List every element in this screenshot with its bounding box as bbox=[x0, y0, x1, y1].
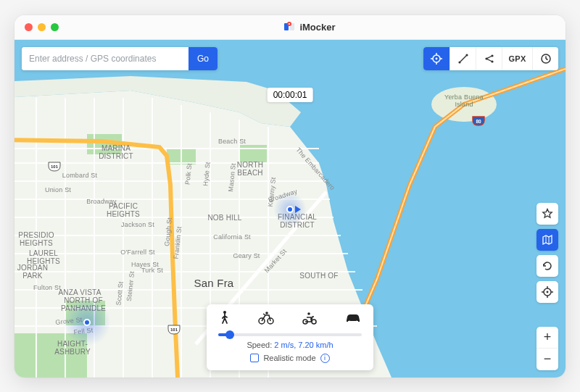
hwy-101-shield-icon: 101 bbox=[48, 162, 61, 172]
realistic-checkbox[interactable] bbox=[250, 354, 259, 362]
mode-walk[interactable] bbox=[218, 310, 231, 328]
bike-icon bbox=[257, 310, 275, 325]
svg-line-48 bbox=[487, 56, 492, 58]
reset-button[interactable] bbox=[536, 255, 558, 277]
svg-point-66 bbox=[312, 320, 316, 324]
district-marina: MARINADISTRICT bbox=[99, 144, 133, 160]
movement-modes bbox=[215, 310, 365, 328]
slider-knob[interactable] bbox=[225, 330, 234, 339]
clock-icon bbox=[540, 53, 552, 64]
titlebar: iMocker bbox=[14, 15, 566, 40]
street-union: Union St bbox=[45, 186, 71, 193]
route-button[interactable] bbox=[450, 47, 476, 70]
map-icon bbox=[542, 234, 553, 246]
svg-text:80: 80 bbox=[476, 118, 481, 123]
realistic-label: Realistic mode bbox=[263, 354, 315, 362]
mode-bike[interactable] bbox=[257, 310, 275, 328]
svg-point-64 bbox=[265, 312, 268, 314]
app-window: iMocker bbox=[14, 15, 566, 378]
scooter-icon bbox=[301, 310, 318, 325]
realistic-info-button[interactable]: i bbox=[320, 354, 330, 363]
locate-button[interactable] bbox=[423, 47, 450, 70]
svg-point-37 bbox=[436, 57, 438, 59]
speed-slider[interactable] bbox=[218, 333, 362, 336]
district-nob-hill: NOB HILL bbox=[207, 213, 241, 221]
side-toolbar bbox=[536, 203, 558, 303]
svg-point-56 bbox=[547, 291, 549, 293]
recenter-button[interactable] bbox=[536, 281, 558, 303]
street-fulton: Fulton St bbox=[33, 284, 61, 291]
mode-scooter[interactable] bbox=[301, 310, 318, 328]
district-presidio-heights: PRESIDIOHEIGHTS bbox=[18, 231, 54, 247]
mode-car[interactable] bbox=[344, 310, 362, 328]
share-icon bbox=[484, 53, 495, 64]
i80-shield-icon: 80 bbox=[472, 116, 485, 126]
street-geary: Geary St bbox=[233, 252, 260, 259]
speed-panel: Speed: 2 m/s, 7.20 km/h Realistic mode i bbox=[207, 304, 373, 370]
search-bar: Go bbox=[22, 47, 218, 70]
close-window-button[interactable] bbox=[25, 23, 33, 31]
svg-point-3 bbox=[289, 23, 290, 25]
maximize-window-button[interactable] bbox=[51, 23, 59, 31]
street-lombard: Lombard St bbox=[62, 172, 98, 179]
island-label: Yerba BuenaIsland bbox=[444, 93, 484, 108]
crosshair-icon bbox=[431, 53, 442, 64]
car-icon bbox=[344, 310, 362, 325]
district-south-of: SOUTH OF bbox=[299, 271, 338, 279]
refresh-icon bbox=[542, 260, 553, 272]
current-location-marker[interactable] bbox=[286, 206, 294, 213]
walk-icon bbox=[218, 310, 231, 325]
zoom-in-button[interactable]: + bbox=[536, 327, 558, 349]
street-jackson: Jackson St bbox=[121, 221, 154, 228]
svg-line-52 bbox=[546, 59, 548, 60]
target-icon bbox=[542, 286, 553, 298]
history-button[interactable] bbox=[532, 47, 558, 70]
route-icon bbox=[457, 53, 469, 64]
district-jordan-park: JORDANPARK bbox=[17, 264, 48, 280]
star-icon bbox=[542, 208, 553, 220]
svg-text:101: 101 bbox=[170, 328, 178, 332]
top-toolbar: GPX bbox=[423, 47, 558, 70]
search-input[interactable] bbox=[22, 47, 188, 70]
favorite-button[interactable] bbox=[536, 203, 558, 225]
svg-point-69 bbox=[355, 320, 357, 322]
map-canvas[interactable]: San Fra Yerba BuenaIsland PRESIDIOHEIGHT… bbox=[14, 40, 566, 378]
district-laurel-heights: LAURELHEIGHTS bbox=[27, 249, 60, 265]
map-style-button[interactable] bbox=[536, 229, 558, 251]
gpx-button[interactable]: GPX bbox=[502, 47, 532, 70]
street-ofarrell: O'Farrell St bbox=[120, 249, 155, 256]
minimize-window-button[interactable] bbox=[38, 23, 46, 31]
street-california: California St bbox=[213, 233, 251, 241]
speed-readout: Speed: 2 m/s, 7.20 km/h bbox=[215, 341, 365, 349]
district-north-beach: NORTHBEACH bbox=[237, 161, 263, 177]
zoom-out-button[interactable]: − bbox=[536, 349, 558, 370]
street-broadway: Broadway bbox=[86, 198, 117, 205]
svg-line-44 bbox=[460, 56, 466, 62]
svg-text:101: 101 bbox=[51, 164, 59, 169]
district-anza-vista: ANZA VISTA bbox=[58, 288, 101, 296]
svg-point-68 bbox=[348, 320, 350, 322]
zoom-control: + − bbox=[536, 327, 558, 370]
street-hayes: Hayes St bbox=[131, 261, 159, 268]
svg-point-67 bbox=[307, 312, 310, 315]
city-label: San Fra bbox=[194, 276, 234, 288]
svg-line-49 bbox=[487, 59, 492, 61]
hwy-101-shield-icon: 101 bbox=[167, 325, 181, 335]
app-title: iMocker bbox=[299, 22, 335, 33]
street-beach: Beach St bbox=[218, 138, 246, 145]
timer-display: 00:00:01 bbox=[268, 88, 313, 102]
share-button[interactable] bbox=[476, 47, 502, 70]
search-go-button[interactable]: Go bbox=[188, 47, 218, 70]
app-icon bbox=[283, 21, 295, 33]
secondary-location-marker[interactable] bbox=[83, 319, 91, 326]
